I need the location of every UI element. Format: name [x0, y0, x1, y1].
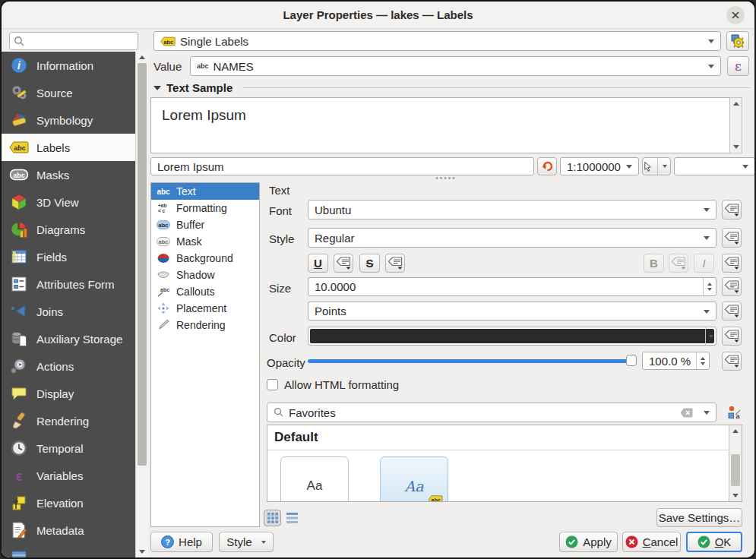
- cancel-button[interactable]: Cancel: [622, 532, 681, 552]
- sidebar-item-metadata[interactable]: Metadata: [2, 516, 135, 544]
- sidebar-item-source[interactable]: Source: [2, 79, 135, 106]
- help-button[interactable]: ? Help: [150, 532, 213, 552]
- size-value: 10.0000: [315, 280, 356, 293]
- icon-view-toggle[interactable]: [264, 510, 281, 526]
- label-mode-combo[interactable]: abc Single Labels: [153, 31, 721, 51]
- underline-glyph: U: [314, 257, 322, 270]
- scroll-down-icon[interactable]: [139, 550, 145, 554]
- clear-filter-icon[interactable]: [680, 408, 693, 418]
- sidebar-item-partial[interactable]: [2, 544, 135, 557]
- style-override-button[interactable]: [722, 228, 742, 248]
- units-override-button[interactable]: [722, 302, 742, 321]
- tab-background[interactable]: Background: [151, 250, 259, 267]
- style-combo[interactable]: Regular: [308, 228, 716, 248]
- sidebar-search-input[interactable]: [25, 36, 124, 47]
- sidebar-item-joins[interactable]: Joins: [2, 298, 135, 325]
- style-menu-button[interactable]: Style: [219, 532, 274, 552]
- sidebar: i Information Source Symbology abc Label…: [2, 52, 135, 557]
- strikethrough-button[interactable]: S: [359, 254, 380, 273]
- size-units-combo[interactable]: Points: [308, 302, 716, 321]
- sidebar-item-display[interactable]: Display: [2, 380, 135, 407]
- scroll-up-icon[interactable]: [732, 429, 739, 433]
- sidebar-item-masks[interactable]: abc Masks: [2, 161, 135, 188]
- ok-button[interactable]: OK: [686, 532, 742, 552]
- sample-text-input[interactable]: Lorem Ipsum: [150, 157, 534, 175]
- sidebar-search[interactable]: [9, 32, 138, 50]
- map-scale-picker-button[interactable]: [642, 157, 671, 175]
- sidebar-item-diagrams[interactable]: Diagrams: [2, 216, 135, 243]
- tab-placement[interactable]: Placement: [151, 300, 259, 317]
- sidebar-item-variables[interactable]: ε Variables: [2, 462, 135, 489]
- sidebar-item-label: Metadata: [36, 524, 84, 537]
- spin-arrows[interactable]: [696, 352, 709, 369]
- size-spinbox[interactable]: 10.0000: [308, 277, 716, 296]
- scroll-up-icon[interactable]: [733, 102, 739, 106]
- apply-button[interactable]: Apply: [559, 532, 618, 552]
- opacity-slider[interactable]: [308, 352, 637, 370]
- sidebar-item-attributes-form[interactable]: Attributes Form: [2, 270, 135, 298]
- sidebar-item-fields[interactable]: Fields: [2, 243, 135, 270]
- sidebar-scrollbar[interactable]: [135, 52, 148, 557]
- reset-sample-button[interactable]: [537, 157, 557, 175]
- underline-button[interactable]: U: [308, 254, 328, 273]
- tab-text[interactable]: abc Text: [151, 183, 259, 200]
- strikethrough-override-button[interactable]: [385, 254, 405, 273]
- sidebar-item-labels[interactable]: abc Labels: [2, 134, 135, 161]
- scroll-up-icon[interactable]: [139, 55, 145, 59]
- color-override-button[interactable]: [722, 327, 742, 346]
- save-settings-button[interactable]: Save Settings…: [656, 508, 742, 527]
- font-combo[interactable]: Ubuntu: [308, 200, 716, 219]
- collapse-triangle-icon: [153, 86, 161, 90]
- sidebar-item-rendering[interactable]: Rendering: [2, 407, 135, 434]
- italic-button[interactable]: I: [694, 254, 714, 273]
- opacity-spinbox[interactable]: 100.0 %: [642, 352, 710, 370]
- allow-html-checkbox[interactable]: [267, 379, 278, 390]
- opacity-override-button[interactable]: [722, 352, 742, 371]
- tab-shadow[interactable]: Shadow: [151, 267, 259, 283]
- text-sample-section-header[interactable]: Text Sample: [153, 81, 232, 94]
- scrollbar-thumb[interactable]: [138, 63, 147, 466]
- sidebar-item-3d-view[interactable]: 3D View: [2, 188, 135, 216]
- tab-callouts[interactable]: abc Callouts: [151, 283, 259, 300]
- italic-override-button[interactable]: [722, 254, 742, 273]
- sidebar-item-symbology[interactable]: Symbology: [2, 106, 135, 134]
- size-override-button[interactable]: [722, 277, 742, 296]
- style-manager-button[interactable]: a: [724, 403, 743, 422]
- tab-rendering[interactable]: Rendering: [151, 317, 259, 333]
- scroll-down-icon[interactable]: [733, 145, 739, 149]
- data-defined-icon: [724, 305, 739, 317]
- scrollbar-thumb[interactable]: [731, 454, 740, 486]
- style-card-selected[interactable]: Aa abc: [380, 456, 448, 502]
- sidebar-item-elevation[interactable]: Elevation: [2, 489, 135, 516]
- tab-mask[interactable]: abc Mask: [151, 233, 259, 250]
- list-view-toggle[interactable]: [283, 510, 301, 526]
- splitter-handle[interactable]: •••••: [423, 174, 469, 182]
- slider-handle[interactable]: [626, 355, 637, 366]
- underline-override-button[interactable]: [334, 254, 353, 273]
- expression-builder-button[interactable]: ε: [727, 56, 749, 76]
- style-filter-combo[interactable]: Favorites: [267, 403, 716, 422]
- tab-buffer[interactable]: abc Buffer: [151, 216, 259, 233]
- sidebar-item-actions[interactable]: Actions: [2, 352, 135, 380]
- preview-scale-combo[interactable]: 1:1000000: [560, 157, 639, 175]
- style-card-default[interactable]: Aa: [280, 456, 349, 502]
- bold-button[interactable]: B: [644, 254, 664, 273]
- bold-override-button[interactable]: [669, 254, 688, 273]
- value-field-combo[interactable]: abc NAMES: [190, 56, 721, 76]
- sidebar-item-information[interactable]: i Information: [2, 52, 135, 79]
- sidebar-item-auxiliary-storage[interactable]: Auxiliary Storage: [2, 325, 135, 352]
- tab-formatting[interactable]: +ab< c Formatting: [151, 200, 259, 216]
- sidebar-item-temporal[interactable]: Temporal: [2, 434, 135, 462]
- close-button[interactable]: [726, 6, 745, 24]
- sidebar-item-label: Variables: [36, 469, 83, 482]
- preview-background-combo[interactable]: [674, 157, 754, 175]
- font-override-button[interactable]: [722, 200, 742, 219]
- style-panel-scrollbar[interactable]: [729, 425, 742, 501]
- scroll-down-icon[interactable]: [732, 494, 739, 497]
- preview-scrollbar[interactable]: [729, 97, 742, 153]
- color-picker[interactable]: [308, 327, 716, 346]
- color-dropdown[interactable]: [705, 327, 716, 345]
- spin-arrows[interactable]: [703, 278, 716, 295]
- labels-icon: abc: [9, 137, 29, 157]
- auto-placement-settings-button[interactable]: [726, 31, 749, 51]
